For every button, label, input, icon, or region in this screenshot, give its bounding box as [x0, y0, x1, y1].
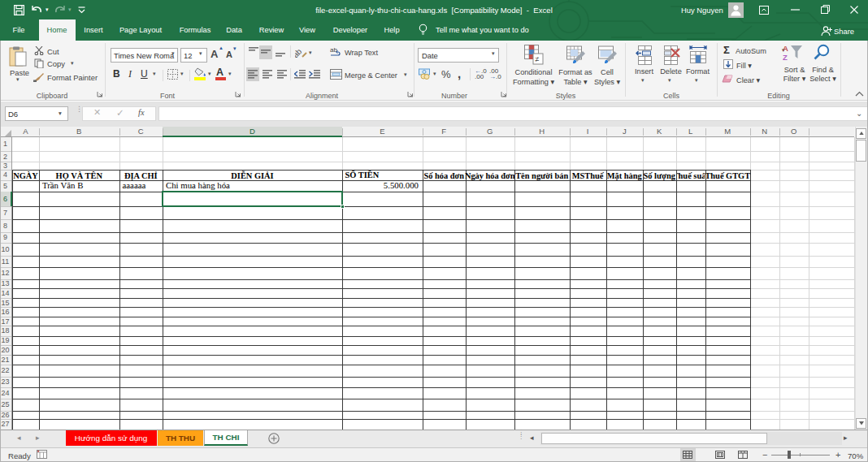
- svg-text:A: A: [783, 44, 788, 53]
- svg-text:≠: ≠: [536, 55, 540, 63]
- svg-text:Z: Z: [783, 53, 788, 62]
